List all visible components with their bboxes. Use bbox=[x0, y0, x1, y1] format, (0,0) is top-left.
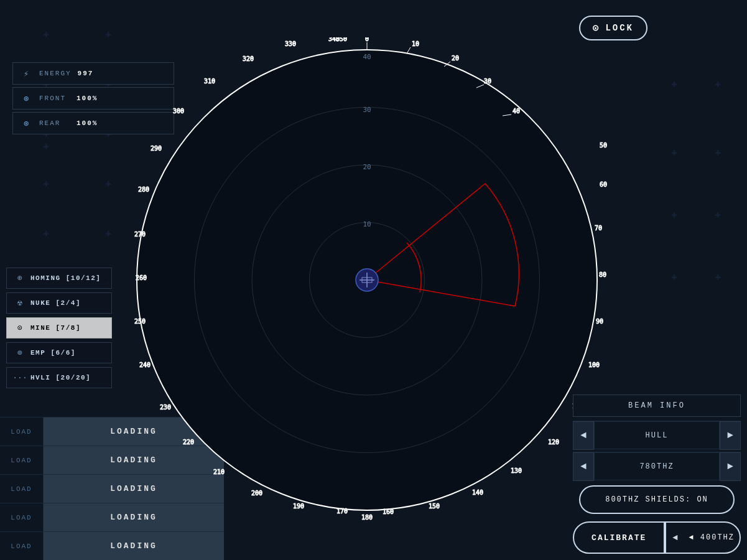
freq-label: 780THZ bbox=[594, 452, 720, 480]
svg-text:310: 310 bbox=[204, 78, 215, 85]
svg-text:260: 260 bbox=[136, 274, 147, 281]
energy-value: 997 bbox=[78, 70, 94, 77]
svg-text:0: 0 bbox=[365, 37, 369, 42]
svg-text:300: 300 bbox=[173, 108, 184, 114]
front-shield-value: 100% bbox=[77, 95, 98, 102]
svg-text:140: 140 bbox=[472, 489, 483, 496]
freq-400-label: ◄ 400THZ bbox=[684, 533, 740, 542]
radar-svg: 10 20 30 40 0 10 20 30 40 50 bbox=[124, 37, 610, 523]
beam-info-header: BEAM INFO bbox=[573, 394, 741, 417]
rear-shield-label: REAR bbox=[39, 119, 70, 127]
energy-icon: ⚡ bbox=[19, 67, 33, 80]
svg-text:40: 40 bbox=[513, 108, 520, 114]
load-label-0: LOAD bbox=[0, 418, 44, 446]
svg-text:+: + bbox=[44, 179, 49, 189]
load-label-1: LOAD bbox=[0, 446, 44, 474]
svg-text:160: 160 bbox=[383, 508, 394, 515]
svg-text:30: 30 bbox=[484, 78, 491, 85]
emp-label: EMP [6/6] bbox=[30, 349, 76, 357]
hvli-label: HVLI [20/20] bbox=[30, 374, 91, 381]
svg-text:130: 130 bbox=[511, 467, 522, 474]
hull-next-button[interactable]: ► bbox=[720, 421, 741, 450]
load-label-2: LOAD bbox=[0, 475, 44, 503]
weapon-mine[interactable]: ⊙ MINE [7/8] bbox=[6, 317, 112, 338]
freq-400-arrow: ◄ bbox=[666, 521, 684, 554]
energy-label: ENERGY bbox=[39, 70, 72, 77]
svg-text:270: 270 bbox=[134, 231, 146, 238]
svg-text:210: 210 bbox=[213, 469, 225, 475]
svg-text:320: 320 bbox=[243, 55, 254, 62]
svg-text:180: 180 bbox=[361, 514, 373, 521]
hvli-icon: ··· bbox=[14, 372, 26, 383]
svg-text:350: 350 bbox=[336, 37, 347, 42]
radar-container: 10 20 30 40 0 10 20 30 40 50 bbox=[124, 19, 610, 541]
front-shield-icon: ⊛ bbox=[19, 91, 33, 105]
weapon-homing[interactable]: ⊕ HOMING [10/12] bbox=[6, 268, 112, 289]
svg-text:240: 240 bbox=[139, 362, 151, 368]
svg-text:10: 10 bbox=[363, 220, 371, 228]
homing-icon: ⊕ bbox=[14, 273, 26, 284]
svg-text:280: 280 bbox=[138, 186, 149, 193]
weapon-hvli[interactable]: ··· HVLI [20/20] bbox=[6, 367, 112, 388]
mine-icon: ⊙ bbox=[14, 322, 26, 334]
homing-label: HOMING [10/12] bbox=[30, 274, 101, 282]
svg-text:40: 40 bbox=[363, 53, 371, 61]
svg-text:220: 220 bbox=[183, 439, 194, 446]
load-label-4: LOAD bbox=[0, 532, 44, 560]
calibrate-button[interactable]: CALIBRATE bbox=[573, 521, 665, 554]
svg-text:20: 20 bbox=[452, 55, 459, 62]
hull-row: ◄ HULL ► bbox=[573, 421, 741, 449]
shield-status-label: 800THZ SHIELDS: ON bbox=[605, 495, 708, 504]
freq-next-button[interactable]: ► bbox=[720, 452, 741, 481]
hull-prev-button[interactable]: ◄ bbox=[573, 421, 594, 450]
svg-text:20: 20 bbox=[363, 163, 371, 171]
weapon-emp[interactable]: ⊚ EMP [6/6] bbox=[6, 342, 112, 363]
svg-text:10: 10 bbox=[412, 40, 419, 47]
svg-text:30: 30 bbox=[363, 106, 371, 114]
beam-panel: BEAM INFO ◄ HULL ► ◄ 780THZ ► 800THZ SHI… bbox=[567, 0, 747, 560]
svg-text:230: 230 bbox=[160, 404, 171, 411]
load-status-4: LOADING bbox=[110, 541, 157, 551]
rear-shield-icon: ⊛ bbox=[19, 116, 33, 130]
svg-text:+: + bbox=[106, 228, 111, 238]
nuke-label: NUKE [2/4] bbox=[30, 299, 81, 307]
emp-icon: ⊚ bbox=[14, 347, 26, 358]
mine-label: MINE [7/8] bbox=[30, 324, 81, 332]
svg-text:150: 150 bbox=[429, 503, 440, 510]
weapon-nuke[interactable]: ☢ NUKE [2/4] bbox=[6, 292, 112, 314]
svg-text:170: 170 bbox=[336, 508, 348, 515]
svg-line-31 bbox=[407, 47, 411, 54]
front-shield-label: FRONT bbox=[39, 95, 70, 102]
svg-text:200: 200 bbox=[251, 490, 262, 497]
load-label-3: LOAD bbox=[0, 503, 44, 531]
weapon-list: ⊕ HOMING [10/12] ☢ NUKE [2/4] ⊙ MINE [7/… bbox=[6, 268, 112, 388]
svg-text:+: + bbox=[44, 29, 49, 39]
rear-shield-value: 100% bbox=[77, 119, 98, 127]
svg-text:330: 330 bbox=[285, 40, 296, 47]
svg-text:290: 290 bbox=[151, 145, 162, 152]
svg-text:+: + bbox=[44, 141, 49, 151]
freq-prev-button[interactable]: ◄ bbox=[573, 452, 594, 481]
svg-text:+: + bbox=[44, 228, 49, 238]
freq-row: ◄ 780THZ ► bbox=[573, 452, 741, 480]
freq-400-button[interactable]: ◄ ◄ 400THZ bbox=[665, 521, 741, 554]
svg-text:+: + bbox=[106, 179, 111, 189]
svg-text:190: 190 bbox=[293, 503, 304, 510]
calibrate-row: CALIBRATE ◄ ◄ 400THZ bbox=[573, 521, 741, 554]
svg-text:+: + bbox=[106, 29, 111, 39]
shield-status-row: 800THZ SHIELDS: ON bbox=[579, 485, 735, 514]
svg-text:250: 250 bbox=[134, 318, 146, 325]
hull-label: HULL bbox=[594, 421, 720, 449]
nuke-icon: ☢ bbox=[14, 297, 26, 309]
svg-text:120: 120 bbox=[548, 439, 559, 446]
